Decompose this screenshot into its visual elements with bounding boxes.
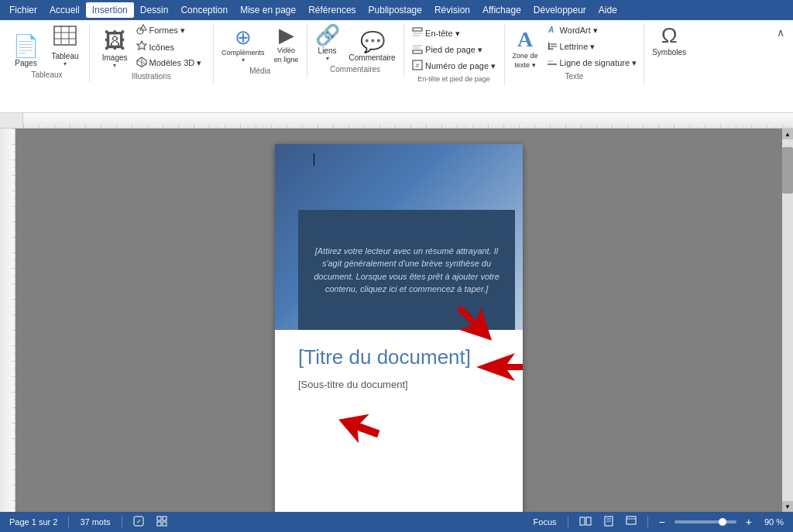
tableau-label: Tableau xyxy=(51,52,78,60)
ribbon-btn-wordart[interactable]: A WordArt ▾ xyxy=(544,23,640,38)
menu-mise-en-page[interactable]: Mise en page xyxy=(234,2,302,18)
status-word-count[interactable]: 37 mots xyxy=(77,517,113,527)
status-sep-2 xyxy=(122,517,122,527)
ruler-area xyxy=(0,113,793,129)
ribbon-collapse-btn[interactable]: ∧ xyxy=(773,25,788,40)
zoom-slider[interactable] xyxy=(675,520,736,523)
svg-rect-21 xyxy=(551,43,557,45)
ribbon-btn-pied-page[interactable]: Pied de page ▾ xyxy=(410,43,498,57)
ribbon-btn-modeles3d[interactable]: Modèles 3D ▾ xyxy=(134,56,204,70)
modeles3d-icon xyxy=(136,57,147,70)
ribbon: 📄 Pages Tableau ▾ Tableaux xyxy=(0,20,793,113)
menu-revision[interactable]: Révision xyxy=(428,2,476,18)
ligne-signature-icon xyxy=(547,57,558,70)
status-view-web[interactable] xyxy=(623,515,640,529)
menu-references[interactable]: Références xyxy=(302,2,362,18)
lettrine-icon: L xyxy=(547,40,558,53)
commentaire-icon: 💬 xyxy=(360,32,385,52)
status-zoom-percent[interactable]: 90 % xyxy=(761,517,787,527)
ribbon-btn-symboles[interactable]: Ω Symboles xyxy=(649,23,689,58)
scrollbar-vertical[interactable]: ▲ ▼ xyxy=(782,129,793,512)
document-title[interactable]: [Titre du document] xyxy=(298,345,499,369)
complements-dropdown: ▾ xyxy=(242,57,245,63)
symboles-icon: Ω xyxy=(661,25,678,46)
menu-insertion[interactable]: Insertion xyxy=(86,2,134,18)
status-zoom-in[interactable]: + xyxy=(743,515,755,529)
ribbon-group-entete: En-tête ▾ Pied de page ▾ # Numéro de pag… xyxy=(404,23,505,86)
ribbon-btn-en-tete[interactable]: En-tête ▾ xyxy=(410,26,498,41)
status-proofreading[interactable]: ✓ xyxy=(130,515,147,529)
pages-label: Pages xyxy=(15,59,36,67)
menu-dessin[interactable]: Dessin xyxy=(134,2,175,18)
ribbon-btn-tableau[interactable]: Tableau ▾ xyxy=(46,23,84,69)
page-content: [Titre du document] [Sous-titre du docum… xyxy=(275,330,523,406)
svg-rect-41 xyxy=(586,517,591,525)
complements-label: Compléments xyxy=(221,49,265,57)
page-top-blue: [Attirez votre lecteur avec un résumé at… xyxy=(275,144,523,330)
ribbon-btn-zone-texte[interactable]: A Zone de texte ▾ xyxy=(510,27,541,70)
wordart-icon: A xyxy=(547,24,558,37)
status-right-area: Focus − + 90 % xyxy=(530,515,787,529)
ribbon-btn-ligne-signature[interactable]: Ligne de signature ▾ xyxy=(544,56,640,70)
scrollbar-track[interactable] xyxy=(782,139,793,501)
menu-fichier[interactable]: Fichier xyxy=(3,2,43,18)
menu-aide[interactable]: Aide xyxy=(592,2,623,18)
ribbon-btn-images[interactable]: 🖼 Images ▾ xyxy=(99,29,131,70)
ribbon-btn-numero-page[interactable]: # Numéro de page ▾ xyxy=(410,59,498,74)
text-cursor xyxy=(314,153,314,166)
pied-page-icon xyxy=(412,43,423,57)
scrollbar-thumb[interactable] xyxy=(782,147,793,194)
modeles3d-label: Modèles 3D ▾ xyxy=(149,58,202,68)
tableau-dropdown-arrow: ▾ xyxy=(64,60,67,67)
svg-rect-36 xyxy=(157,517,161,520)
arrow-subtitle xyxy=(332,405,383,451)
status-sep-3 xyxy=(568,517,568,527)
menu-publipostage[interactable]: Publipostage xyxy=(362,2,428,18)
ribbon-btn-video[interactable]: ▶ Vidéo en ligne xyxy=(271,23,302,65)
images-label: Images xyxy=(102,53,128,62)
ribbon-group-texte: A Zone de texte ▾ A WordArt ▾ L Lettrine… xyxy=(505,23,645,84)
scrollbar-down-btn[interactable]: ▼ xyxy=(782,501,793,512)
tableaux-group-label: Tableaux xyxy=(31,70,62,79)
wordart-label: WordArt ▾ xyxy=(560,26,598,36)
status-focus-label[interactable]: Focus xyxy=(530,517,560,527)
scrollbar-up-btn[interactable]: ▲ xyxy=(782,129,793,139)
document-subtitle[interactable]: [Sous-titre du document] xyxy=(298,379,499,390)
menu-affichage[interactable]: Affichage xyxy=(476,2,527,18)
zoom-thumb[interactable] xyxy=(719,518,726,526)
ribbon-btn-commentaire[interactable]: 💬 Commentaire xyxy=(346,30,399,63)
liens-dropdown: ▾ xyxy=(326,55,329,62)
svg-marker-32 xyxy=(476,353,523,381)
images-dropdown: ▾ xyxy=(113,62,116,69)
ribbon-btn-formes[interactable]: Formes ▾ xyxy=(134,23,204,38)
menu-developpeur[interactable]: Développeur xyxy=(527,2,592,18)
formes-label: Formes ▾ xyxy=(149,26,185,36)
lettrine-label: Lettrine ▾ xyxy=(560,42,596,52)
ribbon-btn-complements[interactable]: ⊕ Compléments ▾ xyxy=(218,26,268,65)
ribbon-group-tableaux: 📄 Pages Tableau ▾ Tableaux xyxy=(5,23,90,82)
illustrations-right-col: Formes ▾ Icônes Modèles 3D ▾ xyxy=(134,23,204,70)
menu-conception[interactable]: Conception xyxy=(174,2,234,18)
svg-rect-30 xyxy=(0,129,15,512)
menu-accueil[interactable]: Accueil xyxy=(43,2,86,18)
svg-rect-0 xyxy=(54,26,76,45)
ribbon-btn-pages[interactable]: 📄 Pages xyxy=(9,34,43,69)
zone-texte-icon: A xyxy=(517,29,533,50)
document-scroll[interactable]: [Attirez votre lecteur avec un résumé at… xyxy=(15,129,782,512)
ribbon-btn-liens[interactable]: 🔗 Liens ▾ xyxy=(312,23,343,63)
status-zoom-out[interactable]: − xyxy=(656,515,668,529)
svg-marker-7 xyxy=(137,41,146,50)
ruler-corner xyxy=(0,113,23,129)
illustrations-group-label: Illustrations xyxy=(132,72,171,81)
ribbon-btn-lettrine[interactable]: L Lettrine ▾ xyxy=(544,39,640,54)
svg-rect-37 xyxy=(163,517,166,520)
document-page-1[interactable]: [Attirez votre lecteur avec un résumé at… xyxy=(275,144,523,512)
ribbon-btn-icones[interactable]: Icônes xyxy=(134,39,204,54)
status-page-info[interactable]: Page 1 sur 2 xyxy=(6,517,60,527)
status-sep-4 xyxy=(647,517,648,527)
status-view-icon[interactable] xyxy=(153,515,170,529)
icones-label: Icônes xyxy=(149,43,174,52)
status-view-print[interactable] xyxy=(601,515,616,529)
status-view-read[interactable] xyxy=(576,515,595,529)
ribbon-group-commentaires: 🔗 Liens ▾ 💬 Commentaire Commentaires xyxy=(307,23,404,77)
